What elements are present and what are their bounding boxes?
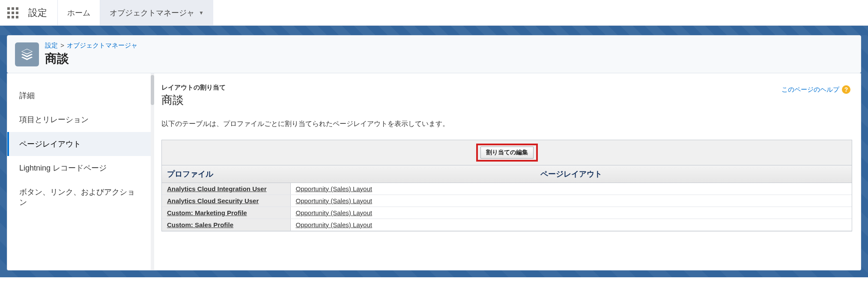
content-area: 詳細 項目とリレーション ページレイアウト Lightning レコードページ … <box>7 73 861 270</box>
table-row: Custom: Sales Profile Opportunity (Sales… <box>162 219 852 231</box>
layout-link[interactable]: Opportunity (Sales) Layout <box>296 221 372 228</box>
help-link[interactable]: このページのヘルプ ? <box>781 85 850 94</box>
help-icon: ? <box>842 85 850 94</box>
main-content: レイアウトの割り当て 商談 このページのヘルプ ? 以下のテーブルは、プロファイ… <box>151 73 861 270</box>
nav-tab-obj-label: オブジェクトマネージャ <box>110 8 194 18</box>
app-launcher-icon[interactable] <box>0 0 26 25</box>
page-header: 設定 > オブジェクトマネージャ 商談 <box>7 35 861 73</box>
sidebar-item-details[interactable]: 詳細 <box>7 84 151 108</box>
sidebar-item-buttons-links[interactable]: ボタン、リンク、およびアクション <box>7 180 151 215</box>
sidebar-item-label: 項目とリレーション <box>19 115 89 124</box>
assignment-table: プロファイル ページレイアウト Analytics Cloud Integrat… <box>162 165 852 231</box>
page-wrapper: 設定 > オブジェクトマネージャ 商談 詳細 項目とリレーション ページレイアウ… <box>0 35 868 277</box>
nav-tab-object-manager[interactable]: オブジェクトマネージャ ▼ <box>100 0 213 25</box>
nav-app-title: 設定 <box>26 0 57 25</box>
sidebar-item-fields[interactable]: 項目とリレーション <box>7 108 151 132</box>
edit-assignment-button[interactable]: 割り当ての編集 <box>480 147 534 159</box>
object-title: 商談 <box>45 51 137 67</box>
col-header-profile: プロファイル <box>162 165 290 183</box>
table-row: Analytics Cloud Integration User Opportu… <box>162 183 852 195</box>
profile-link[interactable]: Custom: Marketing Profile <box>167 209 247 216</box>
layers-icon <box>15 42 39 66</box>
col-header-layout: ページレイアウト <box>290 165 852 183</box>
section-title: 商談 <box>161 93 852 108</box>
layout-link[interactable]: Opportunity (Sales) Layout <box>296 185 372 192</box>
profile-link[interactable]: Analytics Cloud Integration User <box>167 185 267 192</box>
breadcrumb: 設定 > オブジェクトマネージャ <box>45 42 137 50</box>
sidebar-item-page-layouts[interactable]: ページレイアウト <box>7 132 151 156</box>
breadcrumb-sep: > <box>60 42 65 49</box>
nav-tabs: ホーム オブジェクトマネージャ ▼ <box>57 0 213 25</box>
sidebar-item-label: ページレイアウト <box>19 140 81 148</box>
sidebar: 詳細 項目とリレーション ページレイアウト Lightning レコードページ … <box>7 73 151 270</box>
nav-tab-home-label: ホーム <box>67 8 90 18</box>
table-row: Custom: Marketing Profile Opportunity (S… <box>162 207 852 219</box>
table-row: Analytics Cloud Security User Opportunit… <box>162 195 852 207</box>
profile-link[interactable]: Analytics Cloud Security User <box>167 197 259 204</box>
sidebar-item-label: Lightning レコードページ <box>19 164 107 172</box>
sidebar-item-label: 詳細 <box>19 91 35 100</box>
breadcrumb-root[interactable]: 設定 <box>45 42 58 49</box>
sidebar-item-label: ボタン、リンク、およびアクション <box>19 188 135 207</box>
assignment-table-container: 割り当ての編集 プロファイル ページレイアウト Analytics Cloud … <box>161 140 852 231</box>
edit-assignment-highlight: 割り当ての編集 <box>476 144 538 162</box>
breadcrumb-parent[interactable]: オブジェクトマネージャ <box>67 42 137 49</box>
sidebar-item-lightning-pages[interactable]: Lightning レコードページ <box>7 156 151 180</box>
section-subhead: レイアウトの割り当て <box>161 84 852 92</box>
section-description: 以下のテーブルは、プロファイルごとに割り当てられたページレイアウトを表示していま… <box>161 120 852 129</box>
layout-link[interactable]: Opportunity (Sales) Layout <box>296 197 372 204</box>
chevron-down-icon[interactable]: ▼ <box>199 10 204 16</box>
decorative-band <box>0 26 868 35</box>
nav-tab-home[interactable]: ホーム <box>57 0 100 25</box>
profile-link[interactable]: Custom: Sales Profile <box>167 221 233 228</box>
help-link-label: このページのヘルプ <box>781 86 839 94</box>
global-nav: 設定 ホーム オブジェクトマネージャ ▼ <box>0 0 868 26</box>
layout-link[interactable]: Opportunity (Sales) Layout <box>296 209 372 216</box>
table-toolbar: 割り当ての編集 <box>162 140 852 165</box>
